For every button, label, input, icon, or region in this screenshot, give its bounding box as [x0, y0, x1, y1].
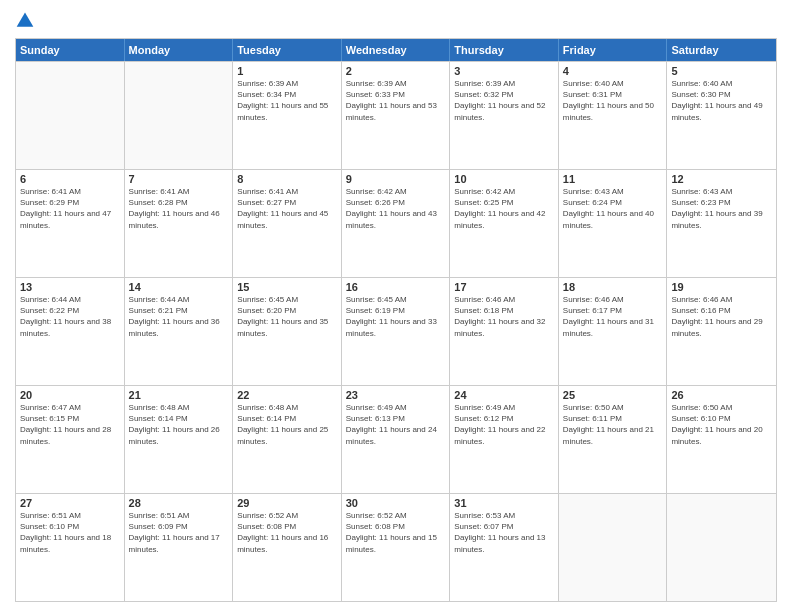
- day-info: Sunrise: 6:46 AM Sunset: 6:16 PM Dayligh…: [671, 294, 772, 339]
- day-number: 28: [129, 497, 229, 509]
- day-info: Sunrise: 6:44 AM Sunset: 6:21 PM Dayligh…: [129, 294, 229, 339]
- cal-cell: 5Sunrise: 6:40 AM Sunset: 6:30 PM Daylig…: [667, 62, 776, 169]
- day-info: Sunrise: 6:39 AM Sunset: 6:33 PM Dayligh…: [346, 78, 446, 123]
- day-info: Sunrise: 6:49 AM Sunset: 6:12 PM Dayligh…: [454, 402, 554, 447]
- day-info: Sunrise: 6:42 AM Sunset: 6:26 PM Dayligh…: [346, 186, 446, 231]
- cal-header-sunday: Sunday: [16, 39, 125, 61]
- cal-cell: 31Sunrise: 6:53 AM Sunset: 6:07 PM Dayli…: [450, 494, 559, 601]
- cal-cell: 6Sunrise: 6:41 AM Sunset: 6:29 PM Daylig…: [16, 170, 125, 277]
- day-number: 14: [129, 281, 229, 293]
- day-number: 10: [454, 173, 554, 185]
- cal-header-tuesday: Tuesday: [233, 39, 342, 61]
- cal-cell: 22Sunrise: 6:48 AM Sunset: 6:14 PM Dayli…: [233, 386, 342, 493]
- day-info: Sunrise: 6:50 AM Sunset: 6:10 PM Dayligh…: [671, 402, 772, 447]
- cal-cell: 16Sunrise: 6:45 AM Sunset: 6:19 PM Dayli…: [342, 278, 451, 385]
- day-info: Sunrise: 6:45 AM Sunset: 6:19 PM Dayligh…: [346, 294, 446, 339]
- cal-cell: 23Sunrise: 6:49 AM Sunset: 6:13 PM Dayli…: [342, 386, 451, 493]
- day-number: 29: [237, 497, 337, 509]
- day-info: Sunrise: 6:53 AM Sunset: 6:07 PM Dayligh…: [454, 510, 554, 555]
- day-number: 3: [454, 65, 554, 77]
- day-info: Sunrise: 6:48 AM Sunset: 6:14 PM Dayligh…: [129, 402, 229, 447]
- day-number: 2: [346, 65, 446, 77]
- logo-icon: [15, 10, 35, 30]
- cal-cell: 17Sunrise: 6:46 AM Sunset: 6:18 PM Dayli…: [450, 278, 559, 385]
- day-number: 5: [671, 65, 772, 77]
- cal-header-saturday: Saturday: [667, 39, 776, 61]
- cal-cell: 27Sunrise: 6:51 AM Sunset: 6:10 PM Dayli…: [16, 494, 125, 601]
- calendar-header-row: SundayMondayTuesdayWednesdayThursdayFrid…: [16, 39, 776, 61]
- day-number: 22: [237, 389, 337, 401]
- cal-cell: 28Sunrise: 6:51 AM Sunset: 6:09 PM Dayli…: [125, 494, 234, 601]
- day-number: 26: [671, 389, 772, 401]
- cal-cell: 14Sunrise: 6:44 AM Sunset: 6:21 PM Dayli…: [125, 278, 234, 385]
- day-number: 4: [563, 65, 663, 77]
- page: SundayMondayTuesdayWednesdayThursdayFrid…: [0, 0, 792, 612]
- day-number: 9: [346, 173, 446, 185]
- day-info: Sunrise: 6:46 AM Sunset: 6:18 PM Dayligh…: [454, 294, 554, 339]
- cal-cell: 29Sunrise: 6:52 AM Sunset: 6:08 PM Dayli…: [233, 494, 342, 601]
- cal-cell: 2Sunrise: 6:39 AM Sunset: 6:33 PM Daylig…: [342, 62, 451, 169]
- cal-header-friday: Friday: [559, 39, 668, 61]
- cal-cell: 11Sunrise: 6:43 AM Sunset: 6:24 PM Dayli…: [559, 170, 668, 277]
- cal-cell: 13Sunrise: 6:44 AM Sunset: 6:22 PM Dayli…: [16, 278, 125, 385]
- day-number: 23: [346, 389, 446, 401]
- day-info: Sunrise: 6:46 AM Sunset: 6:17 PM Dayligh…: [563, 294, 663, 339]
- day-number: 15: [237, 281, 337, 293]
- cal-header-monday: Monday: [125, 39, 234, 61]
- day-number: 7: [129, 173, 229, 185]
- cal-cell: [16, 62, 125, 169]
- day-number: 12: [671, 173, 772, 185]
- day-number: 24: [454, 389, 554, 401]
- cal-week-4: 27Sunrise: 6:51 AM Sunset: 6:10 PM Dayli…: [16, 493, 776, 601]
- day-number: 6: [20, 173, 120, 185]
- day-info: Sunrise: 6:40 AM Sunset: 6:31 PM Dayligh…: [563, 78, 663, 123]
- day-info: Sunrise: 6:43 AM Sunset: 6:24 PM Dayligh…: [563, 186, 663, 231]
- day-number: 25: [563, 389, 663, 401]
- day-info: Sunrise: 6:51 AM Sunset: 6:10 PM Dayligh…: [20, 510, 120, 555]
- cal-cell: [667, 494, 776, 601]
- day-info: Sunrise: 6:52 AM Sunset: 6:08 PM Dayligh…: [237, 510, 337, 555]
- day-number: 1: [237, 65, 337, 77]
- day-number: 19: [671, 281, 772, 293]
- day-number: 18: [563, 281, 663, 293]
- cal-cell: 21Sunrise: 6:48 AM Sunset: 6:14 PM Dayli…: [125, 386, 234, 493]
- day-number: 16: [346, 281, 446, 293]
- cal-cell: 9Sunrise: 6:42 AM Sunset: 6:26 PM Daylig…: [342, 170, 451, 277]
- day-info: Sunrise: 6:39 AM Sunset: 6:32 PM Dayligh…: [454, 78, 554, 123]
- day-info: Sunrise: 6:48 AM Sunset: 6:14 PM Dayligh…: [237, 402, 337, 447]
- day-info: Sunrise: 6:44 AM Sunset: 6:22 PM Dayligh…: [20, 294, 120, 339]
- day-number: 17: [454, 281, 554, 293]
- day-number: 20: [20, 389, 120, 401]
- cal-cell: 30Sunrise: 6:52 AM Sunset: 6:08 PM Dayli…: [342, 494, 451, 601]
- day-info: Sunrise: 6:41 AM Sunset: 6:28 PM Dayligh…: [129, 186, 229, 231]
- cal-week-2: 13Sunrise: 6:44 AM Sunset: 6:22 PM Dayli…: [16, 277, 776, 385]
- day-info: Sunrise: 6:45 AM Sunset: 6:20 PM Dayligh…: [237, 294, 337, 339]
- day-number: 13: [20, 281, 120, 293]
- day-number: 11: [563, 173, 663, 185]
- svg-marker-0: [17, 13, 34, 27]
- day-info: Sunrise: 6:39 AM Sunset: 6:34 PM Dayligh…: [237, 78, 337, 123]
- day-number: 27: [20, 497, 120, 509]
- day-info: Sunrise: 6:41 AM Sunset: 6:27 PM Dayligh…: [237, 186, 337, 231]
- day-info: Sunrise: 6:51 AM Sunset: 6:09 PM Dayligh…: [129, 510, 229, 555]
- day-info: Sunrise: 6:40 AM Sunset: 6:30 PM Dayligh…: [671, 78, 772, 123]
- day-info: Sunrise: 6:43 AM Sunset: 6:23 PM Dayligh…: [671, 186, 772, 231]
- cal-cell: 15Sunrise: 6:45 AM Sunset: 6:20 PM Dayli…: [233, 278, 342, 385]
- cal-cell: [125, 62, 234, 169]
- logo: [15, 10, 39, 30]
- cal-week-1: 6Sunrise: 6:41 AM Sunset: 6:29 PM Daylig…: [16, 169, 776, 277]
- cal-cell: 3Sunrise: 6:39 AM Sunset: 6:32 PM Daylig…: [450, 62, 559, 169]
- cal-cell: 20Sunrise: 6:47 AM Sunset: 6:15 PM Dayli…: [16, 386, 125, 493]
- cal-cell: 25Sunrise: 6:50 AM Sunset: 6:11 PM Dayli…: [559, 386, 668, 493]
- cal-cell: 24Sunrise: 6:49 AM Sunset: 6:12 PM Dayli…: [450, 386, 559, 493]
- day-info: Sunrise: 6:41 AM Sunset: 6:29 PM Dayligh…: [20, 186, 120, 231]
- cal-header-thursday: Thursday: [450, 39, 559, 61]
- day-number: 31: [454, 497, 554, 509]
- day-info: Sunrise: 6:42 AM Sunset: 6:25 PM Dayligh…: [454, 186, 554, 231]
- day-number: 21: [129, 389, 229, 401]
- calendar-body: 1Sunrise: 6:39 AM Sunset: 6:34 PM Daylig…: [16, 61, 776, 601]
- cal-cell: 18Sunrise: 6:46 AM Sunset: 6:17 PM Dayli…: [559, 278, 668, 385]
- cal-cell: 12Sunrise: 6:43 AM Sunset: 6:23 PM Dayli…: [667, 170, 776, 277]
- cal-cell: 19Sunrise: 6:46 AM Sunset: 6:16 PM Dayli…: [667, 278, 776, 385]
- day-number: 8: [237, 173, 337, 185]
